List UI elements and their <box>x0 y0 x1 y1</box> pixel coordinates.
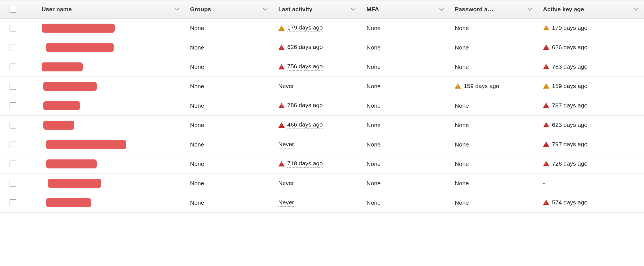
cell-user-name[interactable] <box>37 154 185 174</box>
user-name-redacted <box>46 43 114 52</box>
header-select-all[interactable] <box>0 0 37 19</box>
user-name-redacted <box>46 198 91 207</box>
header-label: Groups <box>190 6 211 12</box>
row-checkbox[interactable] <box>10 102 16 109</box>
row-checkbox[interactable] <box>10 64 16 70</box>
cell-password-age: None <box>450 19 538 38</box>
header-password-age[interactable]: Password a… <box>450 0 538 19</box>
sort-caret-icon[interactable] <box>527 8 532 11</box>
cell-password-age: None <box>450 154 538 174</box>
row-checkbox[interactable] <box>10 44 16 51</box>
password-age-text: None <box>455 199 469 206</box>
cell-user-name[interactable] <box>37 174 185 193</box>
row-checkbox[interactable] <box>10 141 16 148</box>
table-row: NoneNeverNone!159 days ago!159 days ago <box>0 77 644 96</box>
last-activity-text: Never <box>278 141 294 148</box>
warning-triangle-icon: ! <box>543 161 549 166</box>
sort-caret-icon[interactable] <box>351 8 356 11</box>
user-name-redacted <box>46 159 97 168</box>
last-activity-value: !179 days ago <box>278 24 323 32</box>
cell-checkbox <box>0 154 37 174</box>
warning-triangle-icon: ! <box>455 83 461 89</box>
last-activity-text: 466 days ago <box>287 121 323 129</box>
warning-triangle-icon: ! <box>278 64 285 69</box>
cell-password-age: None <box>450 193 538 213</box>
warning-triangle-icon: ! <box>543 44 549 50</box>
cell-user-name[interactable] <box>37 135 185 154</box>
cell-last-activity: !466 days ago <box>273 116 362 135</box>
header-mfa[interactable]: MFA <box>361 0 450 19</box>
cell-active-key-age: !797 days ago <box>538 135 644 154</box>
warning-triangle-icon: ! <box>278 122 285 128</box>
cell-user-name[interactable] <box>37 96 185 116</box>
cell-mfa: None <box>361 174 450 193</box>
last-activity-value: !466 days ago <box>278 121 323 129</box>
row-checkbox[interactable] <box>10 180 16 187</box>
user-name-redacted <box>42 62 83 71</box>
password-age-text: None <box>455 102 469 109</box>
header-label: User name <box>42 6 72 12</box>
cell-user-name[interactable] <box>37 57 185 77</box>
warning-triangle-icon: ! <box>543 141 549 147</box>
warning-triangle-icon: ! <box>543 64 549 69</box>
cell-groups: None <box>185 116 273 135</box>
cell-user-name[interactable] <box>37 193 185 213</box>
last-activity-text: 179 days ago <box>287 24 323 32</box>
cell-last-activity: !786 days ago <box>273 96 362 116</box>
header-last-activity[interactable]: Last activity <box>273 0 362 19</box>
cell-password-age: None <box>450 57 538 77</box>
header-active-key-age[interactable]: Active key age <box>538 0 644 19</box>
cell-checkbox <box>0 135 37 154</box>
active-key-age-value: !623 days ago <box>543 121 587 128</box>
cell-last-activity: Never <box>273 135 362 154</box>
last-activity-value: !626 days ago <box>278 44 323 51</box>
active-key-age-value: !179 days ago <box>543 24 587 31</box>
active-key-age-value: !574 days ago <box>543 199 587 206</box>
sort-caret-icon[interactable] <box>633 8 638 11</box>
cell-user-name[interactable] <box>37 38 185 57</box>
active-key-age-text: 787 days ago <box>552 102 587 109</box>
warning-triangle-icon: ! <box>278 161 285 166</box>
last-activity-text: 718 days ago <box>287 160 323 168</box>
cell-checkbox <box>0 174 37 193</box>
table-row: NoneNeverNoneNone!797 days ago <box>0 135 644 154</box>
sort-caret-icon[interactable] <box>439 8 444 11</box>
table-row: None!756 days agoNoneNone!763 days ago <box>0 57 644 77</box>
row-checkbox[interactable] <box>10 25 16 31</box>
active-key-age-text: 797 days ago <box>552 141 587 148</box>
active-key-age-text: 763 days ago <box>552 63 587 70</box>
cell-user-name[interactable] <box>37 77 185 96</box>
sort-caret-icon[interactable] <box>263 8 268 11</box>
table-row: None!179 days agoNoneNone!179 days ago <box>0 19 644 38</box>
cell-last-activity: Never <box>273 193 362 213</box>
cell-checkbox <box>0 193 37 213</box>
row-checkbox[interactable] <box>10 83 16 90</box>
row-checkbox[interactable] <box>10 161 16 167</box>
user-name-redacted <box>43 82 97 91</box>
user-name-redacted <box>43 121 74 130</box>
header-groups[interactable]: Groups <box>185 0 273 19</box>
cell-last-activity: Never <box>273 77 362 96</box>
header-user-name[interactable]: User name <box>37 0 185 19</box>
cell-user-name[interactable] <box>37 19 185 38</box>
cell-mfa: None <box>361 57 450 77</box>
select-all-checkbox[interactable] <box>10 6 16 13</box>
user-name-redacted <box>43 101 80 110</box>
cell-last-activity: Never <box>273 174 362 193</box>
password-age-text: None <box>455 141 469 148</box>
last-activity-value: !756 days ago <box>278 63 323 71</box>
row-checkbox[interactable] <box>10 199 16 206</box>
cell-checkbox <box>0 57 37 77</box>
row-checkbox[interactable] <box>10 122 16 129</box>
active-key-age-text: 159 days ago <box>552 83 587 89</box>
cell-last-activity: !626 days ago <box>273 38 362 57</box>
cell-last-activity: !756 days ago <box>273 57 362 77</box>
active-key-age-text: 726 days ago <box>552 160 587 167</box>
sort-caret-icon[interactable] <box>174 8 179 11</box>
password-age-text: None <box>455 44 469 51</box>
last-activity-text: Never <box>278 199 294 207</box>
cell-mfa: None <box>361 154 450 174</box>
cell-user-name[interactable] <box>37 116 185 135</box>
active-key-age-value: !726 days ago <box>543 160 587 167</box>
cell-password-age: None <box>450 38 538 57</box>
